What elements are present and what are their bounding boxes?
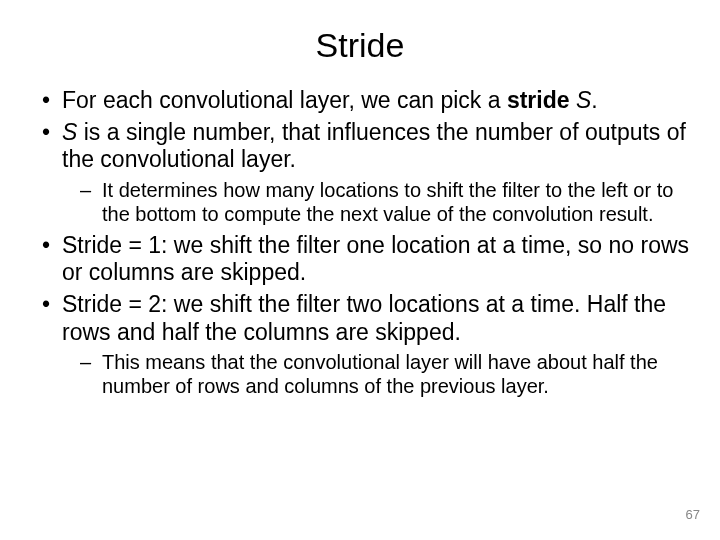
bullet-2-text: is a single number, that influences the …: [62, 119, 686, 173]
slide: Stride For each convolutional layer, we …: [0, 0, 720, 540]
bullet-2-sublist: It determines how many locations to shif…: [62, 178, 690, 226]
bullet-2: S is a single number, that influences th…: [62, 119, 690, 226]
page-number: 67: [686, 507, 700, 522]
bullet-1-text-post: .: [591, 87, 597, 113]
bullet-1-italic: S: [576, 87, 591, 113]
bullet-list: For each convolutional layer, we can pic…: [30, 87, 690, 398]
bullet-4: Stride = 2: we shift the filter two loca…: [62, 291, 690, 398]
bullet-2-italic: S: [62, 119, 77, 145]
bullet-1-text-pre: For each convolutional layer, we can pic…: [62, 87, 507, 113]
bullet-1: For each convolutional layer, we can pic…: [62, 87, 690, 115]
bullet-4-sublist: This means that the convolutional layer …: [62, 350, 690, 398]
slide-title: Stride: [30, 26, 690, 65]
bullet-3: Stride = 1: we shift the filter one loca…: [62, 232, 690, 287]
bullet-2-sub-1: It determines how many locations to shif…: [102, 178, 690, 226]
bullet-1-bold: stride: [507, 87, 570, 113]
bullet-4-sub-1: This means that the convolutional layer …: [102, 350, 690, 398]
bullet-4-text: Stride = 2: we shift the filter two loca…: [62, 291, 666, 345]
